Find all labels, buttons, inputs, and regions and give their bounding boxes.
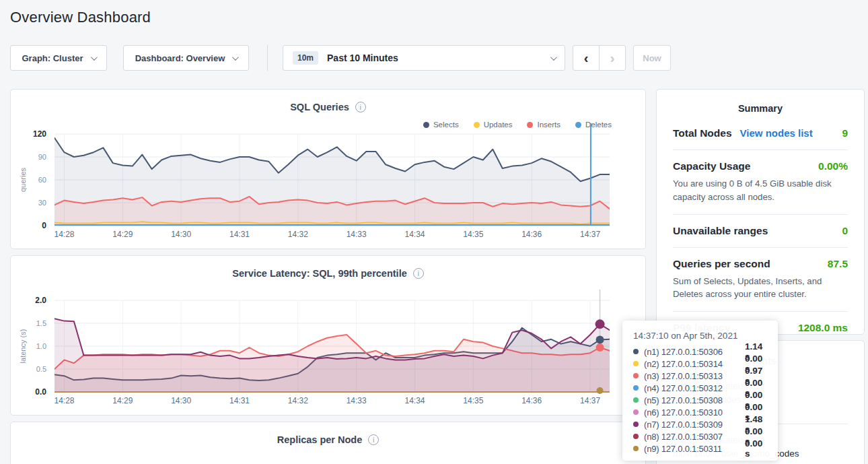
page-title: Overview Dashboard xyxy=(10,9,151,26)
summary-row-unavailable: Unavailable ranges 0 xyxy=(673,225,848,237)
node-color-dot-icon xyxy=(633,361,639,366)
graph-dropdown[interactable]: Graph: Cluster xyxy=(10,45,107,71)
svg-text:14:37: 14:37 xyxy=(580,230,600,239)
node-address: (n1) 127.0.0.1:50306 xyxy=(644,347,745,357)
node-address: (n7) 127.0.0.1:50309 xyxy=(644,420,745,430)
node-latency-value: 0.00 s xyxy=(745,438,767,459)
node-address: (n5) 127.0.0.1:50308 xyxy=(644,395,745,405)
svg-text:0.0: 0.0 xyxy=(35,387,46,397)
svg-text:90: 90 xyxy=(38,153,46,161)
service-latency-panel: Service Latency: SQL, 99th percentile 0.… xyxy=(10,255,646,416)
sql-queries-panel: SQL Queries SelectsUpdatesInsertsDeletes… xyxy=(10,89,646,249)
svg-text:14:28: 14:28 xyxy=(54,396,74,405)
divider xyxy=(673,150,848,150)
sql-queries-chart[interactable]: 030609012014:2814:2914:3014:3114:3214:33… xyxy=(11,90,645,248)
divider xyxy=(673,247,848,248)
node-color-dot-icon xyxy=(633,434,639,439)
unavailable-value: 0 xyxy=(842,225,848,237)
svg-text:0.5: 0.5 xyxy=(36,365,46,373)
node-color-dot-icon xyxy=(633,385,639,391)
node-color-dot-icon xyxy=(633,397,639,403)
tooltip-node-row: (n9) 127.0.0.1:503110.00 s xyxy=(633,442,767,455)
svg-text:latency (s): latency (s) xyxy=(19,329,27,364)
time-prev-button[interactable] xyxy=(573,45,600,71)
qps-desc: Sum of Selects, Updates, Inserts, and De… xyxy=(673,275,848,302)
capacity-label: Capacity Usage xyxy=(673,160,750,172)
now-button[interactable]: Now xyxy=(633,45,671,71)
node-color-dot-icon xyxy=(633,373,639,378)
capacity-desc: You are using 0 B of 4.5 GiB usable disk… xyxy=(673,177,848,204)
svg-text:14:33: 14:33 xyxy=(347,396,367,405)
replicas-per-node-panel: Replicas per Node xyxy=(10,422,646,464)
time-range-label: Past 10 Minutes xyxy=(327,53,398,63)
svg-text:14:29: 14:29 xyxy=(112,396,133,405)
unavailable-label: Unavailable ranges xyxy=(673,225,768,237)
time-range-selector[interactable]: 10m Past 10 Minutes xyxy=(283,45,565,71)
time-nav-group xyxy=(573,45,626,71)
svg-text:14:31: 14:31 xyxy=(229,230,250,239)
view-nodes-list-link[interactable]: View nodes list xyxy=(740,127,813,139)
svg-text:14:29: 14:29 xyxy=(112,230,133,239)
node-address: (n8) 127.0.0.1:50307 xyxy=(644,432,745,442)
svg-text:60: 60 xyxy=(38,176,46,184)
overview-dashboard-page: Overview Dashboard Graph: Cluster Dashbo… xyxy=(0,0,868,464)
summary-row-qps: Queries per second 87.5 xyxy=(673,258,848,270)
svg-text:1.5: 1.5 xyxy=(36,319,46,327)
graph-dropdown-label: Graph: Cluster xyxy=(22,53,83,63)
svg-text:14:35: 14:35 xyxy=(463,230,483,239)
dashboard-dropdown-label: Dashboard: Overview xyxy=(135,53,225,63)
summary-row-total-nodes: Total Nodes View nodes list 9 xyxy=(673,127,848,139)
divider xyxy=(673,311,848,312)
svg-text:2.0: 2.0 xyxy=(35,296,46,305)
qps-value: 87.5 xyxy=(828,258,848,270)
chevron-down-icon xyxy=(550,54,557,61)
svg-text:120: 120 xyxy=(33,129,46,139)
svg-text:0: 0 xyxy=(42,221,46,230)
qps-label: Queries per second xyxy=(673,258,770,270)
chart-title-text: Replicas per Node xyxy=(277,434,363,445)
node-color-dot-icon xyxy=(633,349,639,354)
svg-text:30: 30 xyxy=(38,199,46,207)
total-nodes-label: Total Nodes xyxy=(673,127,732,139)
node-address: (n6) 127.0.0.1:50310 xyxy=(644,407,745,418)
time-range-badge: 10m xyxy=(293,51,318,65)
summary-panel: Summary Total Nodes View nodes list 9 Ca… xyxy=(656,89,865,335)
controls-divider xyxy=(267,45,268,71)
node-color-dot-icon xyxy=(633,446,639,451)
svg-text:14:36: 14:36 xyxy=(521,396,542,405)
summary-title: Summary xyxy=(673,103,848,114)
total-nodes-value: 9 xyxy=(842,127,848,139)
node-address: (n9) 127.0.0.1:50311 xyxy=(644,444,745,454)
info-icon[interactable] xyxy=(368,434,379,445)
svg-text:14:34: 14:34 xyxy=(405,396,425,405)
capacity-value: 0.00% xyxy=(818,160,848,172)
svg-text:1.0: 1.0 xyxy=(36,342,46,350)
divider xyxy=(673,214,848,215)
service-latency-chart[interactable]: 0.00.51.01.52.014:2814:2914:3014:3114:32… xyxy=(11,256,645,415)
svg-text:14:33: 14:33 xyxy=(347,230,367,239)
svg-text:14:34: 14:34 xyxy=(405,230,425,239)
svg-text:14:32: 14:32 xyxy=(288,230,308,239)
node-color-dot-icon xyxy=(633,409,639,415)
p99-value: 1208.0 ms xyxy=(798,322,848,334)
svg-text:14:32: 14:32 xyxy=(288,396,308,405)
svg-text:14:31: 14:31 xyxy=(229,396,250,405)
summary-row-capacity: Capacity Usage 0.00% xyxy=(673,160,848,172)
svg-text:14:35: 14:35 xyxy=(463,396,483,405)
svg-text:14:28: 14:28 xyxy=(54,230,74,239)
node-address: (n4) 127.0.0.1:50312 xyxy=(644,383,745,393)
chevron-down-icon xyxy=(90,54,97,61)
svg-text:queries: queries xyxy=(19,167,27,192)
node-color-dot-icon xyxy=(633,422,639,427)
node-address: (n3) 127.0.0.1:50313 xyxy=(644,371,745,381)
chevron-down-icon xyxy=(232,54,239,61)
dashboard-dropdown[interactable]: Dashboard: Overview xyxy=(123,45,249,71)
chart-hover-tooltip: 14:37:10 on Apr 5th, 2021 (n1) 127.0.0.1… xyxy=(622,321,778,461)
node-address: (n2) 127.0.0.1:50314 xyxy=(644,359,745,369)
svg-text:14:36: 14:36 xyxy=(521,230,542,239)
svg-text:14:37: 14:37 xyxy=(580,396,600,405)
svg-text:14:30: 14:30 xyxy=(171,396,191,405)
time-next-button[interactable] xyxy=(599,45,626,71)
svg-text:14:30: 14:30 xyxy=(171,230,191,239)
replicas-per-node-title: Replicas per Node xyxy=(11,434,645,445)
